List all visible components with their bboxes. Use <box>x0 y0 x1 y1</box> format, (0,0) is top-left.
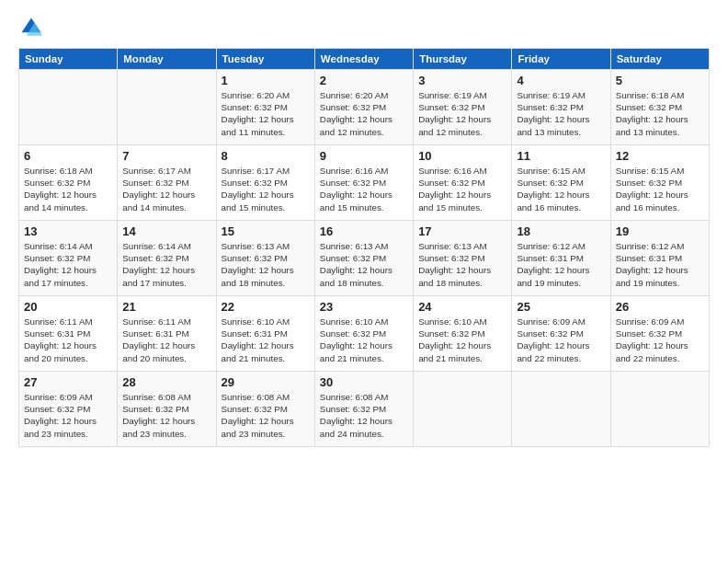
day-info: Sunrise: 6:13 AM Sunset: 6:32 PM Dayligh… <box>222 240 310 289</box>
weekday-header-sunday: Sunday <box>19 49 118 70</box>
day-number: 18 <box>517 224 605 238</box>
day-number: 21 <box>122 300 210 314</box>
day-number: 30 <box>320 375 408 389</box>
day-number: 17 <box>418 224 506 238</box>
day-info: Sunrise: 6:10 AM Sunset: 6:32 PM Dayligh… <box>418 316 506 364</box>
day-info: Sunrise: 6:08 AM Sunset: 6:32 PM Dayligh… <box>320 391 408 440</box>
calendar-cell: 18Sunrise: 6:12 AM Sunset: 6:31 PM Dayli… <box>512 221 610 296</box>
day-info: Sunrise: 6:09 AM Sunset: 6:32 PM Dayligh… <box>616 316 704 364</box>
day-number: 20 <box>24 300 112 314</box>
day-number: 25 <box>517 300 605 314</box>
day-info: Sunrise: 6:15 AM Sunset: 6:32 PM Dayligh… <box>517 165 605 213</box>
day-info: Sunrise: 6:15 AM Sunset: 6:32 PM Dayligh… <box>616 165 704 213</box>
day-info: Sunrise: 6:11 AM Sunset: 6:31 PM Dayligh… <box>24 316 112 364</box>
day-info: Sunrise: 6:20 AM Sunset: 6:32 PM Dayligh… <box>222 89 310 138</box>
day-number: 10 <box>418 149 506 163</box>
day-number: 8 <box>222 149 310 163</box>
calendar-week-3: 13Sunrise: 6:14 AM Sunset: 6:32 PM Dayli… <box>19 221 710 296</box>
day-number: 7 <box>122 149 210 163</box>
day-info: Sunrise: 6:13 AM Sunset: 6:32 PM Dayligh… <box>418 240 506 289</box>
day-number: 2 <box>320 74 408 87</box>
day-info: Sunrise: 6:14 AM Sunset: 6:32 PM Dayligh… <box>122 240 210 289</box>
calendar-cell: 15Sunrise: 6:13 AM Sunset: 6:32 PM Dayli… <box>216 221 314 296</box>
day-info: Sunrise: 6:14 AM Sunset: 6:32 PM Dayligh… <box>24 240 112 289</box>
calendar-cell: 29Sunrise: 6:08 AM Sunset: 6:32 PM Dayli… <box>216 372 314 447</box>
calendar-cell: 24Sunrise: 6:10 AM Sunset: 6:32 PM Dayli… <box>414 296 512 372</box>
day-info: Sunrise: 6:16 AM Sunset: 6:32 PM Dayligh… <box>418 165 506 213</box>
calendar-cell <box>19 70 118 145</box>
calendar-cell: 20Sunrise: 6:11 AM Sunset: 6:31 PM Dayli… <box>19 296 118 372</box>
day-info: Sunrise: 6:18 AM Sunset: 6:32 PM Dayligh… <box>616 89 704 138</box>
day-number: 19 <box>616 224 704 238</box>
day-number: 14 <box>122 224 210 238</box>
day-number: 12 <box>616 149 704 163</box>
day-info: Sunrise: 6:17 AM Sunset: 6:32 PM Dayligh… <box>222 165 310 213</box>
day-number: 29 <box>222 375 310 389</box>
calendar-cell: 11Sunrise: 6:15 AM Sunset: 6:32 PM Dayli… <box>512 145 610 221</box>
calendar-cell: 14Sunrise: 6:14 AM Sunset: 6:32 PM Dayli… <box>118 221 216 296</box>
calendar-cell: 21Sunrise: 6:11 AM Sunset: 6:31 PM Dayli… <box>118 296 216 372</box>
day-info: Sunrise: 6:20 AM Sunset: 6:32 PM Dayligh… <box>320 89 408 138</box>
day-number: 4 <box>517 74 605 87</box>
day-number: 9 <box>320 149 408 163</box>
calendar-cell: 16Sunrise: 6:13 AM Sunset: 6:32 PM Dayli… <box>314 221 413 296</box>
calendar-cell <box>512 372 610 447</box>
calendar-cell: 4Sunrise: 6:19 AM Sunset: 6:32 PM Daylig… <box>512 70 610 145</box>
page: SundayMondayTuesdayWednesdayThursdayFrid… <box>0 0 728 563</box>
day-number: 22 <box>222 300 310 314</box>
calendar-cell: 1Sunrise: 6:20 AM Sunset: 6:32 PM Daylig… <box>216 70 314 145</box>
calendar-cell: 6Sunrise: 6:18 AM Sunset: 6:32 PM Daylig… <box>19 145 118 221</box>
day-number: 11 <box>517 149 605 163</box>
calendar-table: SundayMondayTuesdayWednesdayThursdayFrid… <box>18 48 710 447</box>
calendar-cell <box>118 70 216 145</box>
calendar-cell: 7Sunrise: 6:17 AM Sunset: 6:32 PM Daylig… <box>118 145 216 221</box>
calendar-cell: 17Sunrise: 6:13 AM Sunset: 6:32 PM Dayli… <box>414 221 512 296</box>
weekday-header-monday: Monday <box>118 49 216 70</box>
weekday-row: SundayMondayTuesdayWednesdayThursdayFrid… <box>19 49 710 70</box>
weekday-header-saturday: Saturday <box>610 49 709 70</box>
day-info: Sunrise: 6:10 AM Sunset: 6:31 PM Dayligh… <box>222 316 310 364</box>
day-info: Sunrise: 6:12 AM Sunset: 6:31 PM Dayligh… <box>517 240 605 289</box>
logo <box>18 15 48 40</box>
day-info: Sunrise: 6:11 AM Sunset: 6:31 PM Dayligh… <box>122 316 210 364</box>
day-number: 5 <box>616 74 704 87</box>
calendar-cell: 30Sunrise: 6:08 AM Sunset: 6:32 PM Dayli… <box>314 372 413 447</box>
calendar-cell: 23Sunrise: 6:10 AM Sunset: 6:32 PM Dayli… <box>314 296 413 372</box>
calendar-cell: 8Sunrise: 6:17 AM Sunset: 6:32 PM Daylig… <box>216 145 314 221</box>
day-number: 15 <box>222 224 310 238</box>
calendar-body: 1Sunrise: 6:20 AM Sunset: 6:32 PM Daylig… <box>19 70 710 447</box>
day-number: 1 <box>222 74 310 87</box>
header <box>18 15 710 40</box>
calendar-cell: 19Sunrise: 6:12 AM Sunset: 6:31 PM Dayli… <box>610 221 709 296</box>
day-number: 13 <box>24 224 112 238</box>
day-number: 27 <box>24 375 112 389</box>
day-number: 26 <box>616 300 704 314</box>
day-info: Sunrise: 6:13 AM Sunset: 6:32 PM Dayligh… <box>320 240 408 289</box>
calendar-cell: 9Sunrise: 6:16 AM Sunset: 6:32 PM Daylig… <box>314 145 413 221</box>
day-info: Sunrise: 6:08 AM Sunset: 6:32 PM Dayligh… <box>222 391 310 440</box>
day-info: Sunrise: 6:09 AM Sunset: 6:32 PM Dayligh… <box>24 391 112 440</box>
weekday-header-tuesday: Tuesday <box>216 49 314 70</box>
calendar-cell: 28Sunrise: 6:08 AM Sunset: 6:32 PM Dayli… <box>118 372 216 447</box>
day-number: 6 <box>24 149 112 163</box>
day-info: Sunrise: 6:09 AM Sunset: 6:32 PM Dayligh… <box>517 316 605 364</box>
calendar-cell: 12Sunrise: 6:15 AM Sunset: 6:32 PM Dayli… <box>610 145 709 221</box>
weekday-header-friday: Friday <box>512 49 610 70</box>
day-info: Sunrise: 6:08 AM Sunset: 6:32 PM Dayligh… <box>122 391 210 440</box>
day-info: Sunrise: 6:19 AM Sunset: 6:32 PM Dayligh… <box>418 89 506 138</box>
calendar-week-1: 1Sunrise: 6:20 AM Sunset: 6:32 PM Daylig… <box>19 70 710 145</box>
day-info: Sunrise: 6:16 AM Sunset: 6:32 PM Dayligh… <box>320 165 408 213</box>
calendar-week-2: 6Sunrise: 6:18 AM Sunset: 6:32 PM Daylig… <box>19 145 710 221</box>
day-info: Sunrise: 6:19 AM Sunset: 6:32 PM Dayligh… <box>517 89 605 138</box>
calendar-cell: 5Sunrise: 6:18 AM Sunset: 6:32 PM Daylig… <box>610 70 709 145</box>
day-number: 16 <box>320 224 408 238</box>
day-info: Sunrise: 6:10 AM Sunset: 6:32 PM Dayligh… <box>320 316 408 364</box>
calendar-week-5: 27Sunrise: 6:09 AM Sunset: 6:32 PM Dayli… <box>19 372 710 447</box>
day-info: Sunrise: 6:12 AM Sunset: 6:31 PM Dayligh… <box>616 240 704 289</box>
calendar-cell: 22Sunrise: 6:10 AM Sunset: 6:31 PM Dayli… <box>216 296 314 372</box>
calendar-week-4: 20Sunrise: 6:11 AM Sunset: 6:31 PM Dayli… <box>19 296 710 372</box>
calendar-cell: 27Sunrise: 6:09 AM Sunset: 6:32 PM Dayli… <box>19 372 118 447</box>
calendar-cell: 2Sunrise: 6:20 AM Sunset: 6:32 PM Daylig… <box>314 70 413 145</box>
calendar-header: SundayMondayTuesdayWednesdayThursdayFrid… <box>19 49 710 70</box>
day-info: Sunrise: 6:17 AM Sunset: 6:32 PM Dayligh… <box>122 165 210 213</box>
